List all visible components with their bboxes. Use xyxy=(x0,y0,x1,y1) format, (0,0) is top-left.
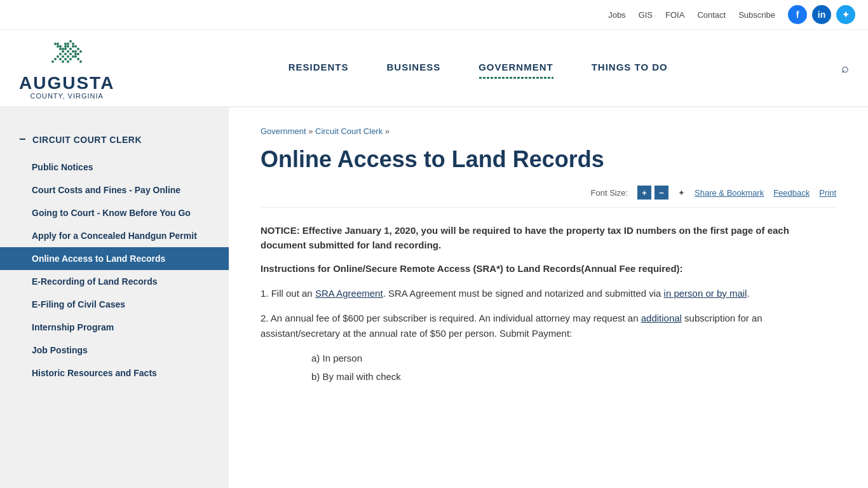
sidebar-item-erecording[interactable]: E-Recording of Land Records xyxy=(0,270,229,293)
sidebar-item-internship[interactable]: Internship Program xyxy=(0,316,229,339)
social-icons-group: f in ✦ xyxy=(788,5,855,24)
svg-point-31 xyxy=(67,50,69,53)
step1-paragraph: 1. Fill out an SRA Agreement. SRA Agreem… xyxy=(261,286,836,301)
svg-point-37 xyxy=(67,45,69,48)
svg-point-26 xyxy=(69,58,72,60)
svg-point-15 xyxy=(74,45,77,48)
svg-point-0 xyxy=(51,60,54,63)
sidebar-link-court-costs[interactable]: Court Costs and Fines - Pay Online xyxy=(0,179,229,201)
breadcrumb-government[interactable]: Government xyxy=(261,126,306,136)
additional-link[interactable]: additional xyxy=(641,313,682,323)
breadcrumb-sep2: » xyxy=(385,126,390,136)
svg-point-5 xyxy=(59,48,62,50)
in-person-or-mail-link[interactable]: in person or by mail xyxy=(664,288,747,299)
svg-point-9 xyxy=(59,45,62,48)
font-increase-button[interactable]: + xyxy=(637,186,651,200)
svg-point-6 xyxy=(57,45,59,48)
linkedin-icon[interactable]: in xyxy=(812,5,831,24)
svg-point-22 xyxy=(59,58,62,60)
sidebar-link-internship[interactable]: Internship Program xyxy=(0,316,229,339)
svg-point-3 xyxy=(59,53,62,55)
sidebar-item-concealed-handgun[interactable]: Apply for a Concealed Handgun Permit xyxy=(0,224,229,247)
sidebar: − CIRCUIT COURT CLERK Public Notices Cou… xyxy=(0,107,229,488)
nav-government[interactable]: GOVERNMENT xyxy=(478,62,553,75)
svg-point-17 xyxy=(79,50,82,53)
print-link[interactable]: Print xyxy=(819,188,836,198)
foia-link[interactable]: FOIA xyxy=(665,10,684,20)
sidebar-link-historic-resources[interactable]: Historic Resources and Facts xyxy=(0,362,229,384)
svg-point-38 xyxy=(64,43,67,45)
svg-point-19 xyxy=(74,55,77,58)
sidebar-link-public-notices[interactable]: Public Notices xyxy=(0,156,229,179)
breadcrumb-sep1: » xyxy=(308,126,315,136)
sidebar-link-concealed-handgun[interactable]: Apply for a Concealed Handgun Permit xyxy=(0,224,229,247)
sidebar-title-text: CIRCUIT COURT CLERK xyxy=(32,135,142,145)
jobs-link[interactable]: Jobs xyxy=(608,10,625,20)
sra-agreement-link[interactable]: SRA Agreement xyxy=(315,288,383,299)
sidebar-link-online-access[interactable]: Online Access to Land Records xyxy=(0,247,229,270)
svg-point-39 xyxy=(74,50,77,53)
search-icon[interactable]: ⌕ xyxy=(841,61,849,76)
step2-paragraph: 2. An annual fee of $600 per subscriber … xyxy=(261,311,836,341)
sidebar-link-efiling[interactable]: E-Filing of Civil Cases xyxy=(0,293,229,316)
sidebar-item-online-access[interactable]: Online Access to Land Records xyxy=(0,247,229,270)
svg-point-36 xyxy=(72,45,74,48)
logo-area[interactable]: AUGUSTA COUNTY, VIRGINIA xyxy=(19,36,114,100)
notice-paragraph: NOTICE: Effective January 1, 2020, you w… xyxy=(261,224,836,252)
page-body: − CIRCUIT COURT CLERK Public Notices Cou… xyxy=(0,107,868,488)
svg-point-11 xyxy=(64,45,67,48)
svg-point-4 xyxy=(62,50,64,53)
logo-mountain-icon xyxy=(41,36,92,74)
payment-option-b: b) By mail with check xyxy=(311,369,836,384)
svg-point-16 xyxy=(77,48,79,50)
sidebar-item-court-costs[interactable]: Court Costs and Fines - Pay Online xyxy=(0,179,229,201)
nav-residents[interactable]: RESIDENTS xyxy=(288,62,349,75)
nav-things-to-do[interactable]: THINGS TO DO xyxy=(592,62,668,75)
subscribe-link[interactable]: Subscribe xyxy=(738,10,775,20)
svg-point-1 xyxy=(54,58,57,60)
svg-point-14 xyxy=(72,43,74,45)
step2-pre-text: 2. An annual fee of $600 per subscriber … xyxy=(261,313,641,323)
sidebar-collapse-icon[interactable]: − xyxy=(19,133,26,146)
svg-point-7 xyxy=(54,43,57,45)
payment-option-a: a) In person xyxy=(311,351,836,366)
svg-point-28 xyxy=(64,58,67,60)
svg-point-23 xyxy=(62,55,64,58)
twitter-icon[interactable]: ✦ xyxy=(836,5,855,24)
sidebar-title: − CIRCUIT COURT CLERK xyxy=(0,126,229,156)
sidebar-item-historic-resources[interactable]: Historic Resources and Facts xyxy=(0,362,229,384)
sidebar-link-job-postings[interactable]: Job Postings xyxy=(0,339,229,362)
contact-link[interactable]: Contact xyxy=(697,10,726,20)
share-bookmark-link[interactable]: Share & Bookmark xyxy=(695,188,764,198)
svg-point-27 xyxy=(62,60,64,63)
tools-separator: ✦ xyxy=(678,188,685,198)
sidebar-item-public-notices[interactable]: Public Notices xyxy=(0,156,229,179)
font-size-controls: + − xyxy=(637,186,668,200)
sidebar-item-efiling[interactable]: E-Filing of Civil Cases xyxy=(0,293,229,316)
gis-link[interactable]: GIS xyxy=(639,10,653,20)
svg-point-8 xyxy=(57,43,59,45)
sidebar-link-erecording[interactable]: E-Recording of Land Records xyxy=(0,270,229,293)
svg-point-30 xyxy=(64,48,67,50)
nav-business[interactable]: BUSINESS xyxy=(386,62,440,75)
site-header: AUGUSTA COUNTY, VIRGINIA RESIDENTS BUSIN… xyxy=(0,30,868,107)
main-navigation: RESIDENTS BUSINESS GOVERNMENT THINGS TO … xyxy=(140,62,816,75)
step1-end-text: . xyxy=(747,288,749,299)
svg-point-29 xyxy=(67,60,69,63)
sidebar-item-job-postings[interactable]: Job Postings xyxy=(0,339,229,362)
breadcrumb-circuit-court[interactable]: Circuit Court Clerk xyxy=(315,126,383,136)
feedback-link[interactable]: Feedback xyxy=(773,188,810,198)
svg-point-20 xyxy=(77,58,79,60)
svg-point-34 xyxy=(72,50,74,53)
svg-point-24 xyxy=(64,53,67,55)
tools-bar: Font Size: + − ✦ Share & Bookmark Feedba… xyxy=(261,186,836,208)
logo-text-main: AUGUSTA xyxy=(19,74,114,92)
sidebar-item-going-to-court[interactable]: Going to Court - Know Before You Go xyxy=(0,201,229,224)
font-decrease-button[interactable]: − xyxy=(654,186,668,200)
sidebar-link-going-to-court[interactable]: Going to Court - Know Before You Go xyxy=(0,201,229,224)
breadcrumb: Government » Circuit Court Clerk » xyxy=(261,126,836,136)
font-size-label: Font Size: xyxy=(591,188,628,198)
facebook-icon[interactable]: f xyxy=(788,5,807,24)
svg-point-25 xyxy=(67,55,69,58)
top-utility-bar: Jobs GIS FOIA Contact Subscribe f in ✦ xyxy=(0,0,868,30)
